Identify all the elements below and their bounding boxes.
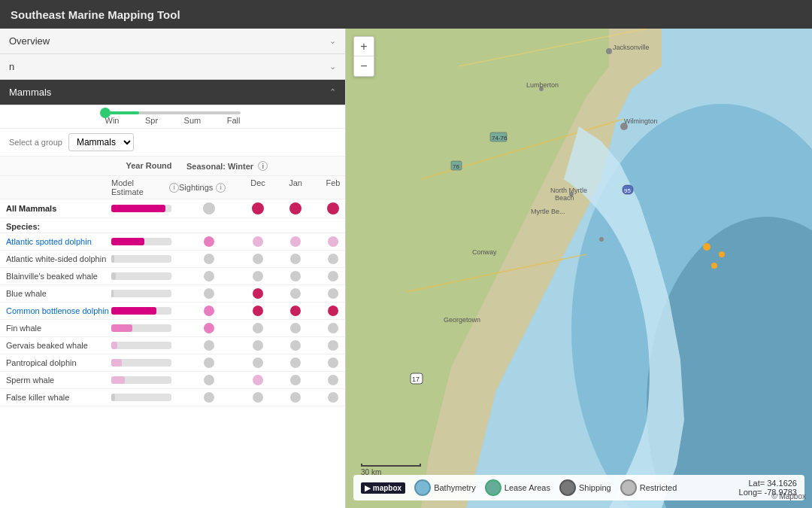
sightings: [204, 288, 214, 299]
jan-dot: [277, 392, 314, 403]
group-select[interactable]: Mammals: [68, 133, 134, 151]
species-bar: [111, 394, 179, 401]
species-name[interactable]: Common bottlenose dolphin: [6, 306, 111, 315]
col-model-estimate: Model Estimate i: [111, 178, 179, 196]
species-bar: [111, 307, 179, 315]
bar-fill: [111, 359, 122, 367]
dec-dot: [239, 254, 277, 264]
n-section-header[interactable]: n ⌄: [0, 54, 345, 80]
feb-dot: [314, 357, 345, 368]
feb: [328, 306, 338, 316]
bar-fill: [111, 238, 144, 245]
bar-fill: [111, 255, 114, 263]
table-row: Gervais beaked whale: [0, 337, 345, 354]
feb: [328, 254, 338, 264]
svg-text:Jacksonville: Jacksonville: [613, 44, 650, 51]
bar-bg: [111, 342, 171, 349]
season-track[interactable]: [105, 111, 241, 114]
table-row: False killer whale: [0, 389, 345, 406]
col-headers: Model Estimate i Sightings i Dec Jan Feb: [0, 176, 345, 199]
bathymetry-label: Bathymetry: [434, 483, 476, 492]
feb: [328, 357, 338, 368]
all-mammals-bar-bg: [111, 205, 171, 212]
dec: [253, 236, 263, 247]
map-container[interactable]: Jacksonville Lumberton Wilmington North …: [346, 29, 812, 508]
shipping-dot: [559, 479, 576, 496]
all-mammals-row: All Mammals: [0, 199, 345, 218]
app: Southeast Marine Mapping Tool Overview ⌄…: [0, 0, 812, 508]
svg-point-11: [703, 243, 710, 251]
map-legend: ▶ mapbox Bathymetry Lease Areas Shipping: [353, 475, 804, 500]
jan: [290, 236, 301, 247]
dec-dot: [239, 271, 277, 281]
jan: [290, 340, 301, 351]
season-knob[interactable]: [100, 108, 111, 118]
dec-dot: [239, 323, 277, 333]
bar-fill: [111, 290, 114, 297]
dec: [253, 288, 263, 299]
legend-restricted: Restricted: [620, 479, 677, 496]
svg-text:76: 76: [453, 163, 459, 170]
all-mammals-sightings-dot: [179, 202, 239, 214]
season-fall: Fall: [227, 116, 241, 125]
sightings: [204, 340, 214, 351]
bar-bg: [111, 394, 171, 401]
th-spacer: [6, 161, 111, 171]
sightings: [204, 236, 214, 247]
svg-text:North Myrtle: North Myrtle: [550, 187, 587, 194]
dec-dot: [239, 340, 277, 351]
all-mammals-bar-fill: [111, 205, 165, 212]
col-feb: Feb: [314, 178, 346, 196]
species-bar: [111, 238, 179, 245]
mammals-section-header[interactable]: Mammals ⌃: [0, 80, 345, 105]
model-estimate-info-icon[interactable]: i: [169, 183, 179, 193]
dec: [253, 375, 263, 385]
svg-point-6: [606, 48, 612, 54]
sightings-dot: [179, 271, 239, 281]
dec: [253, 323, 263, 333]
species-name: Blainville's beaked whale: [6, 272, 111, 281]
col-jan: Jan: [277, 178, 314, 196]
jan-dot: [277, 323, 314, 333]
select-group-label: Select a group: [9, 138, 62, 147]
season-spr: Spr: [145, 116, 158, 125]
sightings-info-icon[interactable]: i: [216, 183, 226, 193]
bar-bg: [111, 255, 171, 263]
mapbox-logo: ▶ mapbox: [361, 482, 405, 494]
jan-dot: [277, 306, 314, 316]
dec: [253, 392, 263, 403]
species-name: Fin whale: [6, 324, 111, 333]
feb: [328, 392, 338, 403]
legend-shipping: Shipping: [559, 479, 611, 496]
seasonal-info-icon[interactable]: i: [258, 161, 268, 171]
app-title: Southeast Marine Mapping Tool: [11, 8, 180, 21]
jan-dot: [277, 375, 314, 385]
bar-fill: [111, 307, 156, 315]
svg-text:17: 17: [412, 376, 420, 383]
titlebar: Southeast Marine Mapping Tool: [0, 0, 812, 29]
feb-dot: [314, 392, 345, 403]
th-seasonal: Seasonal: Winter i: [186, 161, 346, 171]
sightings-dot: [179, 323, 239, 333]
zoom-out-button[interactable]: −: [354, 56, 374, 76]
table-row: Sperm whale: [0, 372, 345, 389]
all-mammals-bar: [111, 205, 179, 212]
mammals-label: Mammals: [9, 87, 51, 98]
dec-dot: [239, 375, 277, 385]
main-content: Overview ⌄ n ⌄ Mammals ⌃ Win: [0, 29, 812, 508]
feb-dot: [314, 236, 345, 247]
feb: [328, 375, 338, 385]
feb-dot: [314, 306, 345, 316]
overview-section-header[interactable]: Overview ⌄: [0, 29, 345, 54]
species-name[interactable]: Atlantic spotted dolphin: [6, 237, 111, 246]
zoom-in-button[interactable]: +: [354, 37, 374, 56]
bar-bg: [111, 359, 171, 367]
restricted-dot: [620, 479, 637, 496]
svg-text:Myrtle Be...: Myrtle Be...: [531, 208, 565, 215]
sightings: [204, 271, 214, 281]
jan: [290, 306, 301, 316]
sightings: [204, 392, 214, 403]
th-year-round: Year Round: [111, 161, 186, 171]
dec: [253, 357, 263, 368]
bar-fill: [111, 394, 115, 401]
